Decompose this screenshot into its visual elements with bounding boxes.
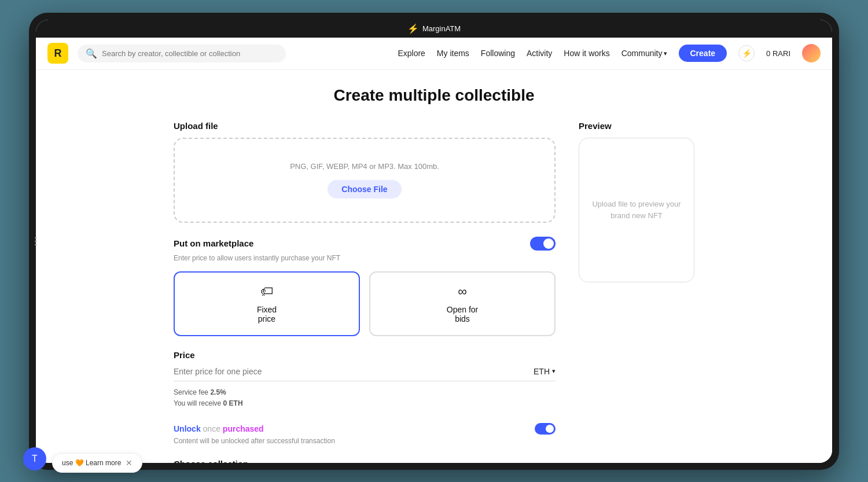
- fixed-price-card[interactable]: 🏷 Fixedprice: [174, 271, 360, 336]
- upload-label: Upload file: [174, 121, 556, 131]
- nav-link-community[interactable]: Community: [621, 49, 667, 58]
- upload-area[interactable]: PNG, GIF, WEBP, MP4 or MP3. Max 100mb. C…: [174, 138, 556, 223]
- fixed-price-label: Fixedprice: [257, 305, 277, 323]
- nav-link-my-items[interactable]: My items: [437, 49, 469, 58]
- choose-file-button[interactable]: Choose File: [328, 180, 401, 198]
- page-title: Create multiple collectible: [82, 86, 786, 105]
- price-input[interactable]: [174, 367, 534, 376]
- unlock-section: Unlock once purchased Content will be un…: [174, 423, 556, 445]
- marketplace-subtitle: Enter price to allow users instantly pur…: [174, 254, 556, 262]
- once-word: once: [203, 424, 223, 433]
- fee-info: Service fee 2.5% You will receive 0 ETH: [174, 387, 556, 409]
- search-input[interactable]: [102, 49, 278, 58]
- topbar-title: MarginATM: [422, 24, 461, 33]
- service-fee-value: 2.5%: [210, 388, 226, 396]
- unlock-title: Unlock once purchased: [174, 424, 264, 433]
- toast-close-button[interactable]: ✕: [126, 458, 133, 468]
- nav-links: Explore My items Following Activity How …: [398, 44, 821, 62]
- nav-link-how-it-works[interactable]: How it works: [564, 49, 609, 58]
- infinity-icon: ∞: [458, 284, 467, 299]
- toast-text: use 🧡 Learn more: [62, 459, 121, 467]
- marketplace-title: Put on marketplace: [174, 238, 253, 248]
- price-input-row: ETH: [174, 367, 556, 381]
- device-screen: ⚡ MarginATM R 🔍 Explore My items Followi…: [36, 20, 832, 463]
- main-content: Create multiple collectible Upload file …: [36, 70, 832, 463]
- rari-balance: 0 RARI: [766, 49, 790, 58]
- scroll-indicator: [35, 237, 36, 245]
- user-avatar[interactable]: [802, 44, 821, 62]
- purchased-word: purchased: [223, 424, 264, 433]
- currency-selector[interactable]: ETH: [534, 367, 556, 376]
- collection-section: Choose collection + Create ERC-1155 R Ra…: [174, 459, 556, 463]
- nav-link-activity[interactable]: Activity: [527, 49, 552, 58]
- service-fee-label: Service fee: [174, 388, 208, 396]
- navbar: R 🔍 Explore My items Following Activity …: [36, 38, 832, 70]
- bottom-toast: use 🧡 Learn more ✕: [52, 453, 142, 473]
- form-layout: Upload file PNG, GIF, WEBP, MP4 or MP3. …: [174, 121, 694, 463]
- scroll-dot-3: [35, 244, 36, 245]
- notification-button[interactable]: T: [23, 447, 46, 470]
- collection-label: Choose collection: [174, 459, 556, 463]
- device-frame: ⚡ MarginATM R 🔍 Explore My items Followi…: [29, 13, 839, 470]
- marketplace-section: Put on marketplace Enter price to allow …: [174, 237, 556, 336]
- search-icon: 🔍: [86, 48, 97, 59]
- receive-value: 0 ETH: [223, 399, 243, 407]
- preview-label: Preview: [579, 121, 694, 131]
- tag-icon: 🏷: [260, 284, 273, 299]
- nav-link-explore[interactable]: Explore: [398, 49, 425, 58]
- price-section: Price ETH Service fee 2.5% You will rece…: [174, 350, 556, 409]
- marketplace-toggle[interactable]: [530, 237, 556, 251]
- open-bids-label: Open forbids: [447, 305, 478, 323]
- search-bar[interactable]: 🔍: [78, 45, 286, 62]
- unlock-word: Unlock: [174, 424, 201, 433]
- receive-label: You will receive: [174, 399, 221, 407]
- nav-logo[interactable]: R: [47, 43, 68, 64]
- topbar-logo-icon: ⚡: [407, 23, 419, 34]
- top-bar: ⚡ MarginATM: [36, 20, 832, 38]
- preview-panel: Upload file to preview your brand new NF…: [579, 138, 694, 282]
- lightning-icon[interactable]: ⚡: [738, 45, 755, 61]
- form-right: Preview Upload file to preview your bran…: [579, 121, 694, 463]
- preview-placeholder: Upload file to preview your brand new NF…: [591, 198, 682, 221]
- form-left: Upload file PNG, GIF, WEBP, MP4 or MP3. …: [174, 121, 556, 463]
- nav-create-button[interactable]: Create: [679, 45, 727, 62]
- pricing-options: 🏷 Fixedprice ∞ Open forbids: [174, 271, 556, 336]
- marketplace-header: Put on marketplace: [174, 237, 556, 251]
- upload-section: Upload file PNG, GIF, WEBP, MP4 or MP3. …: [174, 121, 556, 223]
- unlock-header: Unlock once purchased: [174, 423, 556, 435]
- unlock-toggle[interactable]: [535, 423, 556, 435]
- nav-link-following[interactable]: Following: [481, 49, 515, 58]
- scroll-dot-2: [35, 240, 36, 242]
- price-label: Price: [174, 350, 556, 360]
- open-bids-card[interactable]: ∞ Open forbids: [369, 271, 556, 336]
- unlock-subtitle: Content will be unlocked after successfu…: [174, 437, 556, 445]
- upload-hint: PNG, GIF, WEBP, MP4 or MP3. Max 100mb.: [186, 162, 543, 171]
- scroll-dot-1: [35, 237, 36, 238]
